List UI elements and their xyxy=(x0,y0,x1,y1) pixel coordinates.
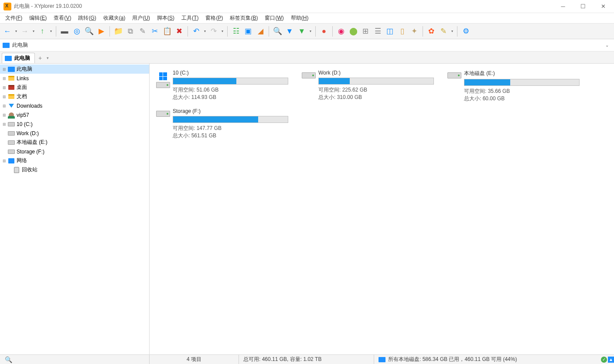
menu-t[interactable]: 工具(T) xyxy=(178,14,202,23)
folder-tree[interactable]: ⊞此电脑⊞Links⊞桌面⊞文档⊞Downloads⊞vip57⊞10 (C:)… xyxy=(0,64,150,354)
address-expand-icon[interactable]: ⌄ xyxy=(603,42,611,48)
address-bar[interactable]: 此电脑 ⌄ xyxy=(0,39,614,51)
color-icon[interactable]: ✿ xyxy=(426,26,437,37)
tree-item[interactable]: Storage (F:) xyxy=(0,147,149,156)
menu-s[interactable]: 脚本(S) xyxy=(154,14,178,23)
filter2-icon[interactable]: ▼ xyxy=(296,26,307,37)
address-path: 此电脑 xyxy=(12,41,28,49)
drive-item[interactable]: Work (D:)可用空间: 225.62 GB总大小: 310.00 GB xyxy=(298,69,442,104)
status-ok-icon[interactable]: ✓ xyxy=(601,357,607,363)
redo-icon-dropdown[interactable]: ▾ xyxy=(220,29,225,33)
gear-icon[interactable]: ⚙ xyxy=(460,26,471,37)
column-icon[interactable]: ▯ xyxy=(396,26,408,37)
menu-a[interactable]: 收藏夹(a) xyxy=(100,14,129,23)
play-icon[interactable]: ▶ xyxy=(96,26,107,37)
edit-icon[interactable]: ✎ xyxy=(137,26,148,37)
expand-icon[interactable]: ⊞ xyxy=(2,67,7,71)
tab-this-pc[interactable]: 此电脑 xyxy=(2,53,35,63)
select-icon[interactable]: ▣ xyxy=(242,26,254,37)
expand-icon[interactable]: ⊞ xyxy=(2,159,7,163)
forward-icon-dropdown[interactable]: ▾ xyxy=(31,29,36,33)
forward-icon[interactable]: → xyxy=(19,26,31,37)
tree-item[interactable]: ⊞网络 xyxy=(0,156,149,165)
tree-item[interactable]: 回收站 xyxy=(0,165,149,174)
up-icon[interactable]: ↑ xyxy=(37,26,48,37)
menu-g[interactable]: 跳转(G) xyxy=(75,14,99,23)
expand-icon[interactable]: ⊞ xyxy=(2,85,7,90)
disk-icon xyxy=(8,121,15,127)
tree-item[interactable]: ⊞桌面 xyxy=(0,83,149,92)
android-icon[interactable]: ⬤ xyxy=(348,26,359,37)
terminal-icon[interactable]: ▬ xyxy=(59,26,70,37)
down-icon xyxy=(8,103,15,109)
wand-icon[interactable]: ✎ xyxy=(438,26,449,37)
zoom-icon[interactable]: 🔍 xyxy=(83,26,95,37)
tree-item[interactable]: Work (D:) xyxy=(0,129,149,138)
drive-icon xyxy=(156,82,170,88)
tree-item[interactable]: ⊞文档 xyxy=(0,92,149,101)
minimize-button[interactable]: ─ xyxy=(553,0,573,13)
back-icon[interactable]: ← xyxy=(2,26,13,37)
target-icon[interactable]: ◎ xyxy=(71,26,82,37)
wand-icon-dropdown[interactable]: ▾ xyxy=(450,29,454,33)
drive-item[interactable]: 10 (C:)可用空间: 51.06 GB总大小: 114.93 GB xyxy=(152,69,296,104)
copy-icon[interactable]: ⧉ xyxy=(125,26,136,37)
new-folder-icon[interactable]: 📁 xyxy=(113,26,124,37)
filter-icon[interactable]: ▼ xyxy=(284,26,295,37)
search-icon[interactable]: 🔍 xyxy=(4,356,12,364)
menu-w[interactable]: 窗口(W) xyxy=(261,14,287,23)
tree-item[interactable]: ⊞vip57 xyxy=(0,110,149,119)
close-button[interactable]: ✕ xyxy=(593,0,613,13)
usage-bar xyxy=(173,78,288,85)
up-icon-dropdown[interactable]: ▾ xyxy=(49,29,53,33)
menu-v[interactable]: 查看(V) xyxy=(50,14,75,23)
dual-icon[interactable]: ◫ xyxy=(384,26,396,37)
menu-u[interactable]: 用户(U) xyxy=(129,14,154,23)
status-sync-icon[interactable]: ▲ xyxy=(608,357,614,363)
drive-item[interactable]: 本地磁盘 (E:)可用空间: 35.66 GB总大小: 60.00 GB xyxy=(443,69,587,104)
redo-icon[interactable]: ↷ xyxy=(208,26,219,37)
expand-icon[interactable]: ⊞ xyxy=(2,104,7,108)
filter2-icon-dropdown[interactable]: ▾ xyxy=(308,29,313,33)
brush-icon[interactable]: ✦ xyxy=(409,26,420,37)
tab-list-button[interactable]: ▾ xyxy=(44,54,51,62)
pizza-icon[interactable]: ◢ xyxy=(255,26,266,37)
grid-icon[interactable]: ⊞ xyxy=(360,26,371,37)
cut-icon[interactable]: ✂ xyxy=(149,26,160,37)
menu-h[interactable]: 帮助(H) xyxy=(287,14,312,23)
drive-total: 总大小: 561.51 GB xyxy=(173,132,288,139)
tree-item-label: Downloads xyxy=(17,103,42,109)
list-icon[interactable]: ☰ xyxy=(372,26,383,37)
tree-item[interactable]: ⊞Links xyxy=(0,74,149,83)
expand-icon[interactable]: ⊞ xyxy=(2,95,7,99)
chart-icon[interactable]: ● xyxy=(318,26,330,37)
undo-icon[interactable]: ↶ xyxy=(191,26,202,37)
status-bar: 🔍 4 项目 总可用: 460.11 GB, 容量: 1.02 TB 所有本地磁… xyxy=(0,354,614,364)
menu-f[interactable]: 文件(F) xyxy=(2,14,26,23)
drive-item[interactable]: Storage (F:)可用空间: 147.77 GB总大小: 561.51 G… xyxy=(152,107,296,142)
tree-item[interactable]: ⊞此电脑 xyxy=(0,65,149,74)
drive-total: 总大小: 60.00 GB xyxy=(464,95,580,102)
menu-b[interactable]: 标签页集(B) xyxy=(226,14,261,23)
tree-icon[interactable]: ☷ xyxy=(230,26,242,37)
menu-p[interactable]: 窗格(P) xyxy=(202,14,226,23)
tree-item[interactable]: ⊞10 (C:) xyxy=(0,119,149,129)
expand-icon[interactable]: ⊞ xyxy=(2,76,7,81)
find-icon[interactable]: 🔍 xyxy=(272,26,283,37)
spiral-icon[interactable]: ◉ xyxy=(335,26,347,37)
paste-icon[interactable]: 📋 xyxy=(161,26,173,37)
maximize-button[interactable]: ☐ xyxy=(573,0,593,13)
tree-item[interactable]: 本地磁盘 (E:) xyxy=(0,138,149,147)
tree-item-label: 本地磁盘 (E:) xyxy=(17,139,48,146)
delete-icon[interactable]: ✖ xyxy=(174,26,185,37)
tree-item-label: 网络 xyxy=(17,157,27,164)
expand-icon[interactable]: ⊞ xyxy=(2,122,7,126)
back-icon-dropdown[interactable]: ▾ xyxy=(14,29,18,33)
expand-icon[interactable]: ⊞ xyxy=(2,113,7,117)
tab-label: 此电脑 xyxy=(14,54,30,62)
menu-e[interactable]: 编辑(E) xyxy=(26,14,50,23)
content-pane[interactable]: 10 (C:)可用空间: 51.06 GB总大小: 114.93 GBWork … xyxy=(150,64,614,354)
new-tab-button[interactable]: + xyxy=(36,54,44,62)
undo-icon-dropdown[interactable]: ▾ xyxy=(203,29,207,33)
tree-item[interactable]: ⊞Downloads xyxy=(0,101,149,110)
